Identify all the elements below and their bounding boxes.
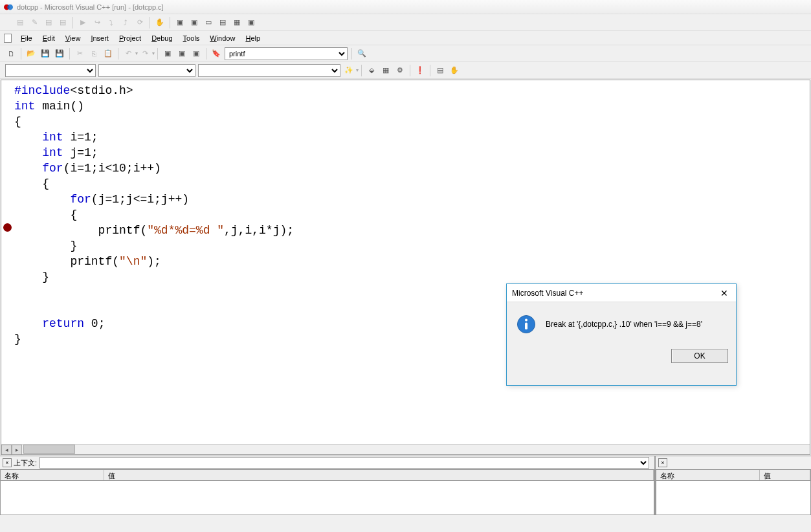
scope-combo-3[interactable] [198, 64, 340, 77]
toolbar-sep [361, 65, 362, 76]
wnd-icon-3[interactable]: ▣ [190, 47, 203, 60]
build-icon-2[interactable]: ▦ [379, 64, 392, 77]
code-editor[interactable]: #include<stdio.h> int main() { int i=1; … [1, 80, 810, 455]
menu-help[interactable]: Help [240, 33, 265, 43]
pane-close-icon[interactable]: × [658, 458, 667, 467]
menubar: File Edit View Insert Project Debug Tool… [0, 31, 811, 45]
break-dialog: Microsoft Visual C++ ✕ Break at '{,dotcp… [506, 283, 737, 386]
var-body-right[interactable] [656, 481, 811, 515]
tb-icon-step[interactable]: ↪ [91, 16, 104, 29]
menu-view[interactable]: View [60, 33, 86, 43]
wizard-icon[interactable]: ✨ [342, 64, 355, 77]
tb-icon-watch5[interactable]: ▦ [230, 16, 243, 29]
toolbar-sep [430, 65, 430, 76]
menu-edit[interactable]: Edit [38, 33, 60, 43]
undo-icon[interactable]: ↶ [122, 47, 135, 60]
toolbar-row-2: 🗋 📂 💾 💾 ✂ ⎘ 📋 ↶ ▾ ↷ ▾ ▣ ▣ ▣ 🔖 printf 🔍 [0, 45, 811, 62]
menu-project[interactable]: Project [114, 33, 146, 43]
watch-pane-right: × 名称 值 [656, 456, 811, 515]
stop-icon[interactable]: ❗ [414, 64, 427, 77]
col-value[interactable]: 值 [104, 470, 654, 480]
toolbar-sep [351, 48, 352, 60]
toolbar-sep [150, 17, 150, 28]
menu-window[interactable]: Window [205, 33, 240, 43]
copy-icon[interactable]: ⎘ [87, 47, 100, 60]
tb-icon-step-into[interactable]: ⤵ [105, 16, 118, 29]
scroll-thumb[interactable] [23, 445, 75, 454]
menu-insert[interactable]: Insert [85, 33, 114, 43]
cut-icon[interactable]: ✂ [73, 47, 86, 60]
context-label: 上下文: [14, 458, 37, 468]
var-body-left[interactable] [0, 481, 654, 515]
tb-icon-1[interactable]: ▤ [14, 16, 27, 29]
toolbar-sep [410, 65, 410, 76]
col-value-r[interactable]: 值 [760, 470, 810, 480]
wnd-icon-2[interactable]: ▣ [175, 47, 188, 60]
context-combo[interactable] [39, 457, 649, 469]
col-name-r[interactable]: 名称 [656, 470, 760, 480]
menu-tools[interactable]: Tools [178, 33, 205, 43]
build-icon-1[interactable]: ⬙ [365, 64, 378, 77]
tb-icon-watch4[interactable]: ▤ [216, 16, 229, 29]
scroll-track[interactable] [22, 445, 810, 454]
scope-combo-2[interactable] [98, 64, 195, 77]
tb-icon-go[interactable]: ▶ [76, 16, 89, 29]
open-icon[interactable]: 📂 [25, 47, 38, 60]
scroll-right-icon[interactable]: ▸ [12, 445, 22, 455]
breakpoint-marker[interactable] [3, 223, 12, 232]
scroll-left-icon[interactable]: ◂ [1, 445, 12, 455]
tb-icon-watch3[interactable]: ▭ [202, 16, 215, 29]
tb-icon-step-out[interactable]: ⤴ [119, 16, 132, 29]
find-icon[interactable]: 🔖 [210, 47, 223, 60]
pane-close-icon[interactable]: × [3, 458, 12, 467]
tb-icon-watch6[interactable]: ▣ [245, 16, 258, 29]
find-combo[interactable]: printf [225, 47, 348, 60]
info-icon [516, 314, 537, 335]
tb-icon-watch1[interactable]: ▣ [173, 16, 186, 29]
dialog-footer: OK [507, 340, 736, 371]
toolbar-sep [69, 48, 70, 60]
save-all-icon[interactable]: 💾 [53, 47, 66, 60]
go-icon[interactable]: ▤ [434, 64, 447, 77]
svg-point-3 [525, 319, 528, 322]
col-name[interactable]: 名称 [1, 470, 104, 480]
new-file-icon[interactable]: 🗋 [5, 47, 17, 60]
save-icon[interactable]: 💾 [39, 47, 52, 60]
redo-icon[interactable]: ↷ [139, 47, 151, 60]
tb-icon-2[interactable]: ✎ [28, 16, 41, 29]
editor-gutter[interactable] [1, 80, 13, 454]
document-icon[interactable] [4, 34, 12, 43]
hand-icon[interactable]: ✋ [448, 64, 461, 77]
ok-button[interactable]: OK [671, 349, 728, 363]
toolbar-sep [157, 48, 158, 60]
var-col-headers-right: 名称 值 [656, 469, 811, 481]
tb-icon-bp[interactable]: ✋ [153, 16, 166, 29]
svg-rect-4 [525, 323, 528, 329]
window-titlebar: dotcpp - Microsoft Visual C++ [run] - [d… [0, 0, 811, 14]
dialog-titlebar[interactable]: Microsoft Visual C++ ✕ [507, 284, 736, 302]
toolbar-row-1: ▤ ✎ ▤ ▤ ▶ ↪ ⤵ ⤴ ⟳ ✋ ▣ ▣ ▭ ▤ ▦ ▣ [0, 14, 811, 31]
context-row: × 上下文: [0, 456, 654, 469]
tb-icon-4[interactable]: ▤ [56, 16, 69, 29]
toolbar-sep [206, 48, 206, 60]
close-icon[interactable]: ✕ [718, 287, 731, 300]
window-title: dotcpp - Microsoft Visual C++ [run] - [d… [17, 3, 164, 11]
tb-icon-step-over[interactable]: ⟳ [133, 16, 146, 29]
build-icon-3[interactable]: ⚙ [394, 64, 406, 77]
watch-header: × [656, 456, 811, 469]
toolbar-sep [72, 17, 73, 28]
menu-file[interactable]: File [16, 33, 38, 43]
svg-point-1 [7, 4, 13, 10]
dialog-message: Break at '{,dotcpp.c,} .10' when 'i==9 &… [546, 320, 702, 329]
horizontal-scrollbar[interactable]: ◂ ▸ [1, 444, 810, 454]
tb-icon-watch2[interactable]: ▣ [188, 16, 201, 29]
toolbar-row-3: ✨ ▾ ⬙ ▦ ⚙ ❗ ▤ ✋ [0, 62, 811, 79]
var-col-headers-left: 名称 值 [0, 469, 654, 481]
wnd-icon-1[interactable]: ▣ [161, 47, 174, 60]
scope-combo-1[interactable] [5, 64, 96, 77]
menu-debug[interactable]: Debug [146, 33, 177, 43]
dialog-title-text: Microsoft Visual C++ [512, 289, 584, 298]
paste-icon[interactable]: 📋 [102, 47, 115, 60]
find-in-files-icon[interactable]: 🔍 [355, 47, 368, 60]
tb-icon-3[interactable]: ▤ [42, 16, 55, 29]
